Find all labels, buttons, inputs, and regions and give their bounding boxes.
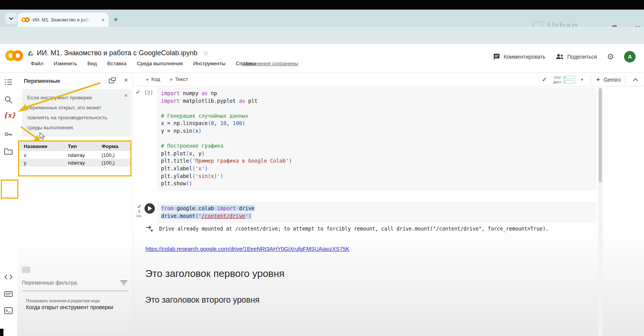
selection-highlight: drive.mount('/content/drive') [161, 213, 251, 219]
table-row[interactable]: xndarray(100,) [19, 151, 130, 159]
variable-inspector-icon[interactable]: {x} [3, 111, 16, 119]
table-cell: x [19, 151, 63, 159]
menu-item[interactable]: Файл [31, 61, 43, 66]
play-icon [148, 206, 152, 211]
tab-close-icon[interactable]: × [102, 17, 105, 23]
selection-highlight: from·google.colab·import·drive [161, 205, 255, 211]
code-line: # Генерация случайных данных [161, 112, 593, 120]
star-notebook-icon[interactable]: ☆ [203, 49, 209, 57]
colab-avatar[interactable]: A [624, 51, 636, 63]
cell2-code[interactable]: from·google.colab·import·drivedrive.moun… [157, 202, 596, 223]
left-rail: {x} [0, 73, 17, 336]
scroll-handle[interactable] [22, 267, 30, 273]
ram-label: ОЗУ [554, 75, 561, 79]
gemini-spark-icon: ✦ [596, 76, 601, 83]
add-text-label: Текст [175, 76, 188, 82]
menu-bar: ФайлИзменитьВидВставкаСреда выполненияИн… [31, 61, 256, 66]
add-code-label: Код [151, 76, 160, 82]
code-line [161, 135, 593, 143]
cell1-exec-count[interactable]: [2] [144, 90, 153, 96]
add-code-button[interactable]: + Код [146, 76, 160, 82]
code-line: import matplotlib.pyplot as plt [161, 97, 593, 105]
filter-underline [22, 291, 128, 291]
letterbox-corner [0, 329, 3, 336]
notebook-area: + Код + Текст ✓ ОЗУ Диск ▾ ✦ Gemini [133, 73, 644, 336]
comment-button[interactable]: Комментировать [493, 53, 545, 60]
terminal-icon[interactable] [4, 306, 13, 315]
code-line: plt.xlabel('x') [161, 165, 593, 173]
table-cell: (100,) [97, 159, 130, 166]
output-icon[interactable] [145, 226, 154, 232]
markdown-link[interactable]: https://colab.research.google.com/drive/… [145, 246, 350, 252]
notebook-toolbar: + Код + Текст ✓ ОЗУ Диск ▾ ✦ Gemini [133, 73, 644, 86]
share-label: Поделиться [567, 54, 597, 60]
variables-table-body: xndarray(100,)yndarray(100,) [19, 151, 130, 166]
performance-info-box: Если инструмент проверки переменных откр… [22, 89, 131, 137]
resources-caret-icon[interactable]: ▾ [581, 77, 583, 82]
dismiss-info-icon[interactable]: × [124, 92, 128, 99]
gemini-button[interactable]: ✦ Gemini [596, 76, 621, 83]
filter-icon[interactable] [120, 280, 127, 285]
comment-icon [493, 53, 500, 60]
plus-icon: + [169, 76, 173, 82]
tab-title: ИИ. М1. Знакомство и работа [33, 17, 90, 23]
files-folder-icon[interactable] [4, 147, 13, 156]
menu-item[interactable]: Среда выполнения [137, 61, 183, 66]
resources-meter[interactable]: ОЗУ Диск [553, 75, 576, 84]
connected-check-icon: ✓ [542, 76, 547, 83]
saved-status-link[interactable]: Изменения сохранены [244, 61, 298, 66]
search-icon[interactable] [4, 95, 13, 104]
table-of-contents-icon[interactable] [4, 77, 13, 87]
share-button[interactable]: Поделиться [555, 54, 597, 60]
show-values-dropdown[interactable]: Когда открыт инструмент проверки [26, 304, 123, 310]
menu-item[interactable]: Изменить [54, 61, 77, 66]
scrollbar-thumb[interactable] [599, 88, 602, 182]
code-line: plt.plot(x, y) [161, 150, 593, 158]
table-header-cell: Название [19, 142, 63, 151]
close-panel-icon[interactable]: × [124, 76, 128, 84]
code-snippets-icon[interactable] [4, 272, 13, 282]
markdown-heading1: Это заголовок первого уровня [145, 268, 284, 280]
cell1-success-check-icon: ✓ [136, 89, 140, 95]
new-tab-button[interactable]: + [113, 15, 118, 24]
notebook-title[interactable]: ИИ. М1. Знакомство и работа с GoogleCola… [37, 49, 197, 57]
disk-meter [563, 81, 576, 84]
table-cell: ndarray [63, 151, 97, 159]
chevron-down-icon [8, 17, 14, 20]
variables-table-header: НазваниеТипФорма [19, 142, 130, 151]
browser-tab-active[interactable]: ИИ. М1. Знакомство и работа × [18, 13, 108, 27]
table-header-cell: Форма [97, 142, 130, 151]
browser-window: ИИ. М1. Знакомство и работа × + Urban Un… [0, 0, 644, 336]
command-palette-icon[interactable] [4, 289, 13, 298]
code-line: # Построение графика [161, 142, 593, 150]
menu-item[interactable]: Вид [87, 61, 97, 66]
tab-strip: ИИ. М1. Знакомство и работа × + Urban Un… [0, 10, 644, 27]
tab-search-button[interactable] [5, 13, 17, 24]
gemini-label: Gemini [604, 77, 621, 83]
colab-header: ИИ. М1. Знакомство и работа с GoogleCola… [0, 44, 644, 73]
letterbox-bar [0, 0, 644, 10]
run-cell-button[interactable] [145, 203, 155, 214]
cell1-code[interactable]: import numpy as npimport matplotlib.pypl… [157, 87, 596, 191]
notebook-scrollbar[interactable] [598, 87, 603, 336]
table-cell: y [19, 159, 63, 166]
filter-input[interactable]: Переменные фильтра [22, 280, 77, 286]
table-row[interactable]: yndarray(100,) [19, 159, 130, 166]
add-text-button[interactable]: + Текст [169, 76, 188, 82]
plus-icon: + [146, 76, 149, 82]
menu-item[interactable]: Инструменты [193, 61, 225, 66]
menu-item[interactable]: Вставка [107, 61, 127, 66]
panel-title: Переменные [24, 77, 60, 84]
secrets-key-icon[interactable] [4, 130, 13, 139]
drive-icon [28, 50, 34, 56]
code-line: y = np.sin(x) [161, 127, 593, 135]
comment-label: Комментировать [504, 54, 545, 60]
open-in-window-icon[interactable] [108, 77, 116, 84]
code-line: plt.title('Пример графика в Google Colab… [161, 157, 593, 165]
collapse-header-icon[interactable] [632, 78, 639, 82]
code-line: plt.show() [161, 180, 593, 188]
code-line [161, 105, 593, 112]
settings-gear-icon[interactable]: ⚙ [607, 52, 614, 61]
code-line: from·google.colab·import·drive [161, 205, 593, 212]
info-text: Если инструмент проверки переменных откр… [27, 93, 119, 133]
